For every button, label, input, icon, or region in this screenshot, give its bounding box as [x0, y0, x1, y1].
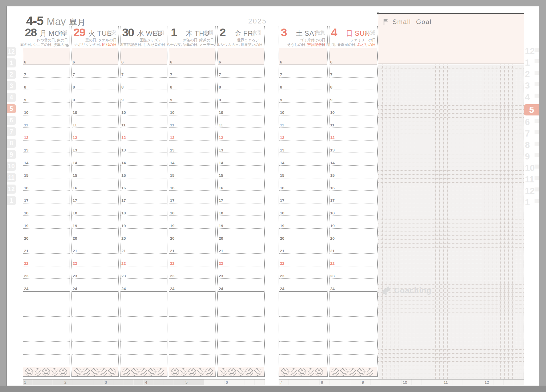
bottom-cell[interactable]	[299, 379, 309, 385]
bottom-cell[interactable]	[452, 379, 463, 385]
bottom-cell[interactable]	[289, 379, 299, 385]
bottom-month-tab-1[interactable]: 1	[23, 379, 33, 385]
bottom-month-tab-11[interactable]: 11	[442, 379, 452, 385]
star-icon[interactable]	[188, 368, 196, 376]
notes-grid-area[interactable]: Coaching	[378, 65, 524, 379]
month-tab-right-11[interactable]: 11	[524, 175, 539, 184]
month-tab-right-6[interactable]: 6	[524, 118, 539, 127]
month-tab-right-1[interactable]: 1	[524, 198, 539, 207]
month-tab-left-4[interactable]: 4	[7, 93, 16, 102]
bottom-cell[interactable]	[73, 379, 83, 385]
month-tab-right-12[interactable]: 12	[524, 47, 539, 56]
star-icon[interactable]	[254, 368, 262, 376]
bottom-cell[interactable]	[113, 379, 123, 385]
star-icon[interactable]	[179, 368, 188, 376]
star-icon[interactable]	[289, 368, 298, 376]
month-tab-left-12[interactable]: 12	[7, 47, 16, 56]
star-icon[interactable]	[298, 368, 306, 376]
star-icon[interactable]	[139, 368, 147, 376]
bottom-cell[interactable]	[350, 379, 360, 385]
bottom-month-tab-8[interactable]: 8	[320, 379, 330, 385]
bottom-month-tab-3[interactable]: 3	[103, 379, 114, 385]
bottom-cell[interactable]	[381, 379, 391, 385]
day-time-grid[interactable]: 6789101112131415161718192021222324	[279, 65, 327, 377]
month-tab-right-12[interactable]: 12	[524, 187, 539, 196]
star-icon[interactable]	[340, 368, 348, 376]
bottom-cell[interactable]	[330, 379, 340, 385]
bottom-cell[interactable]	[123, 379, 134, 385]
star-icon[interactable]	[25, 368, 33, 376]
month-tab-left-1[interactable]: 1	[7, 58, 16, 67]
month-tab-left-12[interactable]: 12	[7, 185, 16, 194]
bottom-cell[interactable]	[340, 379, 350, 385]
star-icon[interactable]	[219, 368, 228, 376]
star-icon[interactable]	[74, 368, 82, 376]
bottom-cell[interactable]	[432, 379, 442, 385]
bottom-month-tab-6[interactable]: 6	[224, 379, 235, 385]
star-icon[interactable]	[99, 368, 107, 376]
star-icon[interactable]	[357, 368, 365, 376]
month-tab-right-4[interactable]: 4	[524, 93, 539, 102]
bottom-cell[interactable]	[134, 379, 144, 385]
bottom-cell[interactable]	[214, 379, 224, 385]
bottom-cell[interactable]	[164, 379, 174, 385]
bottom-cell[interactable]	[412, 379, 422, 385]
month-tab-left-10[interactable]: 10	[7, 162, 16, 171]
month-tab-left-7[interactable]: 7	[7, 127, 16, 136]
bottom-cell[interactable]	[93, 379, 103, 385]
month-tab-right-9[interactable]: 9	[524, 152, 539, 161]
star-icon[interactable]	[348, 368, 356, 376]
day-time-grid[interactable]: 6789101112131415161718192021222324	[330, 65, 378, 377]
day-time-grid[interactable]: 6789101112131415161718192021222324	[218, 65, 264, 377]
bottom-month-tab-9[interactable]: 9	[360, 379, 371, 385]
bottom-cell[interactable]	[244, 379, 255, 385]
day-time-grid[interactable]: 6789101112131415161718192021222324	[121, 65, 167, 377]
star-icon[interactable]	[236, 368, 245, 376]
month-tab-right-8[interactable]: 8	[524, 141, 539, 150]
small-goal-box[interactable]: Small Goal	[378, 13, 524, 64]
bottom-month-tab-10[interactable]: 10	[402, 379, 412, 385]
month-tab-left-1[interactable]: 1	[7, 196, 16, 205]
month-tab-left-6[interactable]: 6	[7, 116, 16, 125]
bottom-cell[interactable]	[255, 379, 265, 385]
star-icon[interactable]	[108, 368, 116, 376]
star-icon[interactable]	[59, 368, 67, 376]
month-tab-right-5[interactable]: 5	[524, 104, 539, 115]
day-time-grid[interactable]: 6789101112131415161718192021222324	[23, 65, 70, 377]
day-time-grid[interactable]: 6789101112131415161718192021222324	[169, 65, 216, 377]
bottom-cell[interactable]	[174, 379, 184, 385]
star-icon[interactable]	[156, 368, 164, 376]
bottom-cell[interactable]	[463, 379, 473, 385]
bottom-month-tab-2[interactable]: 2	[63, 379, 73, 385]
bottom-cell[interactable]	[43, 379, 53, 385]
bottom-cell[interactable]	[204, 379, 214, 385]
star-icon[interactable]	[148, 368, 156, 376]
star-icon[interactable]	[228, 368, 236, 376]
month-tab-left-2[interactable]: 2	[7, 70, 16, 79]
star-icon[interactable]	[196, 368, 205, 376]
star-icon[interactable]	[82, 368, 90, 376]
star-icon[interactable]	[306, 368, 315, 376]
star-icon[interactable]	[91, 368, 99, 376]
star-icon[interactable]	[331, 368, 339, 376]
star-icon[interactable]	[171, 368, 179, 376]
bottom-cell[interactable]	[83, 379, 93, 385]
month-tab-right-10[interactable]: 10	[524, 164, 539, 173]
day-time-grid[interactable]: 6789101112131415161718192021222324	[72, 65, 118, 377]
month-tab-left-8[interactable]: 8	[7, 139, 16, 148]
star-icon[interactable]	[205, 368, 213, 376]
month-tab-right-7[interactable]: 7	[524, 129, 539, 138]
month-tab-right-1[interactable]: 1	[524, 58, 539, 67]
star-icon[interactable]	[50, 368, 59, 376]
star-icon[interactable]	[245, 368, 253, 376]
bottom-cell[interactable]	[514, 379, 524, 385]
month-tab-left-11[interactable]: 11	[7, 173, 16, 182]
bottom-cell[interactable]	[194, 379, 204, 385]
bottom-cell[interactable]	[53, 379, 63, 385]
star-icon[interactable]	[365, 368, 374, 376]
star-icon[interactable]	[131, 368, 139, 376]
bottom-cell[interactable]	[33, 379, 43, 385]
bottom-cell[interactable]	[309, 379, 319, 385]
bottom-cell[interactable]	[504, 379, 514, 385]
bottom-cell[interactable]	[234, 379, 244, 385]
